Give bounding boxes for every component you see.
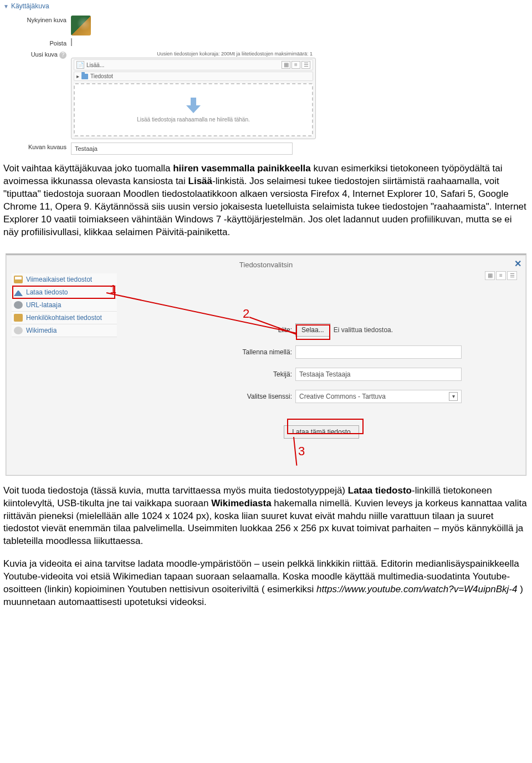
personal-icon <box>14 314 23 322</box>
section-legend[interactable]: ▼ Käyttäjäkuva <box>0 0 316 12</box>
row-current-image: Nykyinen kuva <box>0 16 316 35</box>
help-icon[interactable]: ? <box>59 52 66 59</box>
dropzone[interactable]: Lisää tiedostoja raahaamalla ne hiirellä… <box>74 83 313 136</box>
row-delete: Poista <box>0 39 316 47</box>
saveas-label: Tallenna nimellä: <box>122 348 292 356</box>
license-value: Creative Commons - Tarttuva <box>299 393 386 400</box>
sidebar-item-wikimedia[interactable]: Wikimedia <box>12 324 117 337</box>
row-new-image: Uusi kuva ? Uusien tiedostojen kokoraja:… <box>0 50 316 139</box>
close-icon[interactable]: ✕ <box>514 258 521 269</box>
description-label: Kuvan kuvaus <box>0 143 66 150</box>
no-file-selected: Ei valittua tiedostoa. <box>334 326 393 334</box>
arrow-down-icon <box>185 98 202 114</box>
file-manager: 📄 Lisää... ▦ ≡ ☰ ▸ Tiedostot L <box>71 58 316 139</box>
add-button[interactable]: Lisää... <box>86 62 104 68</box>
fp-view-icons: ▦ ≡ ☰ <box>485 271 517 280</box>
files-tree-row[interactable]: ▸ Tiedostot <box>74 72 313 81</box>
file-size-help: Uusien tiedostojen kokoraja: 200Mt ja li… <box>71 50 316 57</box>
sidebar-item-personal[interactable]: Henkilökohtaiset tiedostot <box>12 312 117 324</box>
row-saveas: Tallenna nimellä: <box>122 345 520 359</box>
section-title: Käyttäjäkuva <box>11 2 49 10</box>
files-tree-label: Tiedostot <box>90 73 113 79</box>
view-list-icon[interactable]: ≡ <box>291 61 300 69</box>
view-grid-icon[interactable]: ▦ <box>485 271 495 280</box>
paragraph-1: Voit vaihtaa käyttäjäkuvaa joko tuomalla… <box>0 160 532 251</box>
tree-toggle-icon: ▸ <box>76 73 79 79</box>
sidebar-item-label: Viimeaikaiset tiedostot <box>26 276 92 283</box>
sidebar-item-label: URL-lataaja <box>26 301 61 309</box>
author-input[interactable] <box>295 368 462 381</box>
upload-submit-button[interactable]: Lataa tämä tiedosto <box>284 425 359 439</box>
view-tree-icon[interactable]: ☰ <box>507 271 517 280</box>
sidebar-item-label: Henkilökohtaiset tiedostot <box>26 314 102 322</box>
view-list-icon[interactable]: ≡ <box>496 271 506 280</box>
license-label: Valitse lisenssi: <box>122 393 292 400</box>
dropzone-text: Lisää tiedostoja raahaamalla ne hiirellä… <box>137 116 249 123</box>
saveas-input[interactable] <box>295 345 462 359</box>
view-grid-icon[interactable]: ▦ <box>282 61 290 69</box>
current-image-label: Nykyinen kuva <box>0 16 66 23</box>
folder-icon <box>81 74 88 79</box>
attach-label: Liite: <box>122 326 292 334</box>
add-file-icon[interactable]: 📄 <box>76 61 84 69</box>
browse-button[interactable]: Selaa... <box>295 323 330 337</box>
url-icon <box>14 301 23 309</box>
sidebar-item-recent[interactable]: Viimeaikaiset tiedostot <box>12 273 117 286</box>
paragraph-2: Voit tuoda tiedostoja (tässä kuvia, mutt… <box>0 482 532 621</box>
avatar <box>71 16 91 35</box>
delete-checkbox[interactable] <box>71 38 72 46</box>
sidebar-item-label: Lataa tiedosto <box>26 288 68 296</box>
row-description: Kuvan kuvaus <box>0 143 316 155</box>
file-picker-main: ▦ ≡ ☰ Liite: Selaa... Ei valittua tiedos… <box>122 273 520 465</box>
wikimedia-icon <box>14 327 23 334</box>
license-select[interactable]: Creative Commons - Tarttuva ▾ <box>295 390 462 403</box>
file-picker-dialog: ✕ Tiedostonvalitsin Viimeaikaiset tiedos… <box>6 253 526 476</box>
description-input[interactable] <box>71 143 293 155</box>
author-label: Tekijä: <box>122 370 292 378</box>
row-license: Valitse lisenssi: Creative Commons - Tar… <box>122 390 520 403</box>
sidebar-item-url[interactable]: URL-lataaja <box>12 299 117 312</box>
sidebar-item-upload[interactable]: Lataa tiedosto <box>12 286 117 299</box>
file-toolbar: 📄 Lisää... ▦ ≡ ☰ <box>74 59 313 70</box>
sidebar-item-label: Wikimedia <box>26 327 57 334</box>
chevron-down-icon: ▾ <box>449 392 458 401</box>
upload-icon <box>14 288 23 296</box>
view-mode-icons: ▦ ≡ ☰ <box>282 61 310 69</box>
view-tree-icon[interactable]: ☰ <box>301 61 310 69</box>
row-author: Tekijä: <box>122 368 520 381</box>
chevron-down-icon: ▼ <box>3 3 9 9</box>
file-picker-title: Tiedostonvalitsin <box>6 255 526 273</box>
row-attach: Liite: Selaa... Ei valittua tiedostoa. <box>122 323 520 337</box>
paragraph-3: Kuvia ja videoita ei aina tarvitse ladat… <box>3 558 529 609</box>
profile-picture-panel: ▼ Käyttäjäkuva Nykyinen kuva Poista Uusi… <box>0 0 316 155</box>
new-image-label: Uusi kuva ? <box>0 50 66 59</box>
delete-label: Poista <box>0 39 66 47</box>
file-picker-sidebar: Viimeaikaiset tiedostot Lataa tiedosto U… <box>12 273 117 465</box>
recent-icon <box>14 276 23 283</box>
